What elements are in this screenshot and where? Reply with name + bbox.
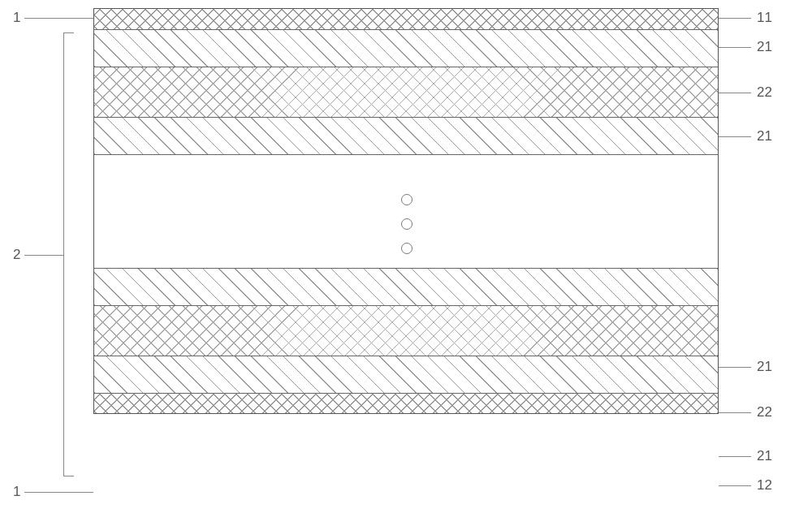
left-label-1-bottom: 1 <box>13 484 20 500</box>
lead-right-21b <box>719 136 751 137</box>
lead-right-22a <box>719 93 751 93</box>
right-label-12: 12 <box>757 477 772 494</box>
lead-right-11 <box>719 18 751 19</box>
right-label-21d: 21 <box>757 448 772 464</box>
right-label-21b: 21 <box>757 128 772 144</box>
layer-22-top <box>94 67 718 117</box>
ellipsis-dot-icon <box>401 243 412 254</box>
right-label-21c: 21 <box>757 359 772 375</box>
layer-21-top-1 <box>94 29 718 67</box>
ellipsis-dot-icon <box>401 194 412 205</box>
lead-right-21a <box>719 47 751 48</box>
lead-left-top <box>24 18 93 19</box>
ellipsis-gap <box>94 154 718 268</box>
layer-11 <box>94 9 718 29</box>
lead-right-22b <box>719 412 751 413</box>
right-label-21a: 21 <box>757 39 772 55</box>
layer-21-bot-1 <box>94 268 718 305</box>
lead-right-21d <box>719 456 751 457</box>
layer-stack <box>93 8 719 414</box>
layer-21-top-2 <box>94 117 718 154</box>
right-label-11: 11 <box>757 10 772 26</box>
layer-12 <box>94 393 718 413</box>
left-label-2: 2 <box>13 247 20 263</box>
bracket-group-2-icon <box>63 32 74 476</box>
ellipsis-dot-icon <box>401 218 412 230</box>
right-label-22a: 22 <box>757 84 772 101</box>
lead-left-mid <box>24 255 63 256</box>
lead-right-21c <box>719 367 751 368</box>
lead-right-12 <box>719 485 751 486</box>
layer-21-bot-2 <box>94 356 718 393</box>
layer-22-bot <box>94 305 718 356</box>
left-label-1-top: 1 <box>13 10 20 26</box>
lead-left-bottom <box>24 492 93 493</box>
diagram-stage: 1 2 1 11 21 22 21 21 22 21 12 <box>0 0 812 526</box>
right-label-22b: 22 <box>757 404 772 420</box>
